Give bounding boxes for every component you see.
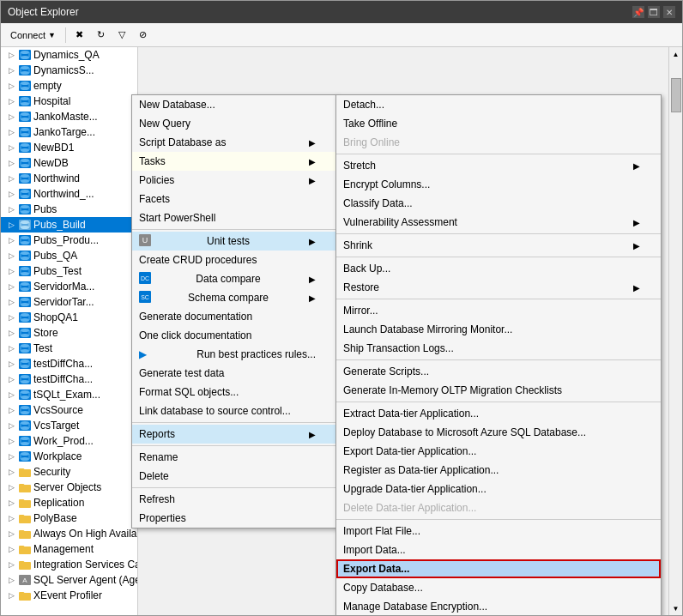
tree-item-dynamicss[interactable]: ▷ DynamicsS... bbox=[1, 63, 137, 78]
menu-start-powershell[interactable]: Start PowerShell bbox=[132, 208, 336, 227]
menu-delete[interactable]: Delete bbox=[132, 467, 336, 486]
tasks-register-datatier[interactable]: Register as Data-tier Application... bbox=[336, 461, 661, 480]
tree-item-pubs-test[interactable]: ▷ Pubs_Test bbox=[1, 263, 137, 279]
connect-button[interactable]: Connect ▼ bbox=[4, 27, 62, 43]
menu-tasks[interactable]: Tasks ▶ bbox=[132, 152, 336, 171]
tasks-copy-database[interactable]: Copy Database... bbox=[336, 578, 661, 597]
tree-item-servidorma[interactable]: ▷ ServidorMa... bbox=[1, 279, 137, 294]
tasks-classify-data[interactable]: Classify Data... bbox=[336, 194, 661, 213]
tree-item-replication[interactable]: ▷ Replication bbox=[1, 495, 137, 510]
tasks-upgrade-datatier[interactable]: Upgrade Data-tier Application... bbox=[336, 480, 661, 498]
close-button[interactable]: ✕ bbox=[663, 6, 675, 18]
tasks-take-offline[interactable]: Take Offline bbox=[336, 114, 661, 133]
tree-item-workprod[interactable]: ▷ Work_Prod... bbox=[1, 433, 137, 449]
vertical-scrollbar[interactable]: ▲ ▼ bbox=[668, 47, 682, 615]
tree-item-integration[interactable]: ▷ Integration Services Catalogs bbox=[1, 557, 137, 572]
tree-item-tsqlt[interactable]: ▷ tSQLt_Exam... bbox=[1, 387, 137, 402]
scroll-thumb[interactable] bbox=[671, 78, 681, 112]
tasks-import-flat[interactable]: Import Flat File... bbox=[336, 522, 661, 541]
filter-button[interactable]: ▽ bbox=[112, 27, 131, 43]
menu-generate-docs[interactable]: Generate documentation bbox=[132, 307, 336, 326]
tree-item-shopqa1[interactable]: ▷ ShopQA1 bbox=[1, 310, 137, 325]
menu-crud[interactable]: Create CRUD procedures bbox=[132, 251, 336, 269]
tasks-export-datatier[interactable]: Export Data-tier Application... bbox=[336, 442, 661, 461]
tree-item-pubs-qa[interactable]: ▷ Pubs_QA bbox=[1, 248, 137, 263]
tree-item-testdiff2[interactable]: ▷ testDiffCha... bbox=[1, 371, 137, 387]
disconnect-button[interactable]: ✖ bbox=[70, 27, 89, 43]
menu-format-sql[interactable]: Format SQL objects... bbox=[132, 383, 336, 402]
tree-item-pubs[interactable]: ▷ Pubs bbox=[1, 202, 137, 217]
tasks-delete-datatier[interactable]: Delete Data-tier Application... bbox=[336, 498, 661, 517]
tree-item-server-objects[interactable]: ▷ Server Objects bbox=[1, 480, 137, 495]
menu-reports[interactable]: Reports ▶ bbox=[132, 425, 336, 444]
tree-item-pubs-build[interactable]: ▷ Pubs_Build bbox=[1, 217, 137, 233]
tree-item-hospital[interactable]: ▷ Hospital bbox=[1, 94, 137, 109]
menu-data-compare[interactable]: DC Data compare ▶ bbox=[132, 269, 336, 288]
tasks-import-data[interactable]: Import Data... bbox=[336, 541, 661, 559]
tree-item-northwind[interactable]: ▷ Northwind bbox=[1, 171, 137, 186]
tree-item-jankomaster[interactable]: ▷ JankoMaste... bbox=[1, 109, 137, 124]
tasks-mirroring-monitor[interactable]: Launch Database Mirroring Monitor... bbox=[336, 320, 661, 339]
folder-icon bbox=[18, 480, 32, 494]
tree-item-jankotarget[interactable]: ▷ JankoTarge... bbox=[1, 124, 137, 140]
menu-new-database[interactable]: New Database... bbox=[132, 95, 336, 114]
tasks-encrypt-columns[interactable]: Encrypt Columns... bbox=[336, 175, 661, 194]
tasks-shrink[interactable]: Shrink ▶ bbox=[336, 236, 661, 255]
tasks-ship-logs[interactable]: Ship Transaction Logs... bbox=[336, 339, 661, 358]
menu-generate-test-data[interactable]: Generate test data bbox=[132, 364, 336, 383]
menu-schema-compare[interactable]: SC Schema compare ▶ bbox=[132, 288, 336, 307]
tree-item-always-on[interactable]: ▷ Always On High Availability bbox=[1, 526, 137, 541]
tasks-manage-encryption[interactable]: Manage Database Encryption... bbox=[336, 597, 661, 615]
tasks-export-data[interactable]: Export Data... bbox=[336, 559, 661, 578]
tasks-mirror[interactable]: Mirror... bbox=[336, 301, 661, 320]
tree-item-test[interactable]: ▷ Test bbox=[1, 341, 137, 356]
tasks-generate-scripts[interactable]: Generate Scripts... bbox=[336, 362, 661, 381]
tree-item-workplace[interactable]: ▷ Workplace bbox=[1, 449, 137, 464]
tree-item-polybase[interactable]: ▷ PolyBase bbox=[1, 510, 137, 526]
menu-unit-tests[interactable]: U Unit tests ▶ bbox=[132, 232, 336, 251]
menu-one-click-docs[interactable]: One click documentation bbox=[132, 326, 336, 345]
refresh-button[interactable]: ↻ bbox=[91, 27, 111, 43]
menu-policies[interactable]: Policies ▶ bbox=[132, 171, 336, 190]
tree-item-security[interactable]: ▷ Security bbox=[1, 464, 137, 480]
tasks-stretch[interactable]: Stretch ▶ bbox=[336, 156, 661, 175]
main-window: Object Explorer 📌 🗖 ✕ Connect ▼ ✖ ↻ ▽ ⊘ … bbox=[0, 0, 683, 616]
pin-button[interactable]: 📌 bbox=[632, 6, 644, 18]
tasks-vulnerability[interactable]: Vulnerability Assessment ▶ bbox=[336, 213, 661, 232]
tree-item-newdb[interactable]: ▷ NewDB bbox=[1, 155, 137, 171]
scroll-down-button[interactable]: ▼ bbox=[669, 601, 682, 615]
menu-properties[interactable]: Properties bbox=[132, 509, 336, 528]
tree-item-xevent[interactable]: ▷ XEvent Profiler bbox=[1, 588, 137, 603]
float-button[interactable]: 🗖 bbox=[648, 6, 660, 18]
menu-run-best-practices[interactable]: ▶ Run best practices rules... bbox=[132, 345, 336, 364]
tree-item-newbd1[interactable]: ▷ NewBD1 bbox=[1, 140, 137, 155]
tree-item-management[interactable]: ▷ Management bbox=[1, 541, 137, 557]
tree-item-vcstarget[interactable]: ▷ VcsTarget bbox=[1, 418, 137, 433]
menu-link-database[interactable]: Link database to source control... bbox=[132, 402, 336, 420]
tree-item-sql-agent[interactable]: ▷ A SQL Server Agent (Agent XPs disabled… bbox=[1, 572, 137, 588]
scroll-up-button[interactable]: ▲ bbox=[669, 47, 682, 61]
tasks-deploy-azure[interactable]: Deploy Database to Microsoft Azure SQL D… bbox=[336, 423, 661, 442]
menu-facets[interactable]: Facets bbox=[132, 190, 336, 208]
tree-item-store[interactable]: ▷ Store bbox=[1, 325, 137, 341]
tree-item-empty[interactable]: ▷ empty bbox=[1, 78, 137, 94]
connect-dropdown-icon[interactable]: ▼ bbox=[48, 31, 56, 39]
tree-item-servidortar[interactable]: ▷ ServidorTar... bbox=[1, 294, 137, 310]
stop-button[interactable]: ⊘ bbox=[133, 27, 153, 43]
tasks-backup[interactable]: Back Up... bbox=[336, 259, 661, 278]
expand-icon: ▷ bbox=[4, 202, 18, 216]
menu-script-database[interactable]: Script Database as ▶ bbox=[132, 133, 336, 152]
tasks-extract-datatier[interactable]: Extract Data-tier Application... bbox=[336, 404, 661, 423]
tree-item-dynamics-qa[interactable]: ▷ Dynamics_QA bbox=[1, 47, 137, 63]
tasks-detach[interactable]: Detach... bbox=[336, 95, 661, 114]
tasks-restore[interactable]: Restore ▶ bbox=[336, 278, 661, 297]
tree-item-northwind2[interactable]: ▷ Northwind_... bbox=[1, 186, 137, 202]
tasks-generate-oltp[interactable]: Generate In-Memory OLTP Migration Checkl… bbox=[336, 381, 661, 400]
tree-item-testdiff1[interactable]: ▷ testDiffCha... bbox=[1, 356, 137, 371]
menu-new-query[interactable]: New Query bbox=[132, 114, 336, 133]
tree-item-vcssource[interactable]: ▷ VcsSource bbox=[1, 402, 137, 418]
menu-refresh[interactable]: Refresh bbox=[132, 490, 336, 509]
tasks-bring-online[interactable]: Bring Online bbox=[336, 133, 661, 152]
tree-item-pubs-produ[interactable]: ▷ Pubs_Produ... bbox=[1, 233, 137, 248]
menu-rename[interactable]: Rename bbox=[132, 448, 336, 467]
